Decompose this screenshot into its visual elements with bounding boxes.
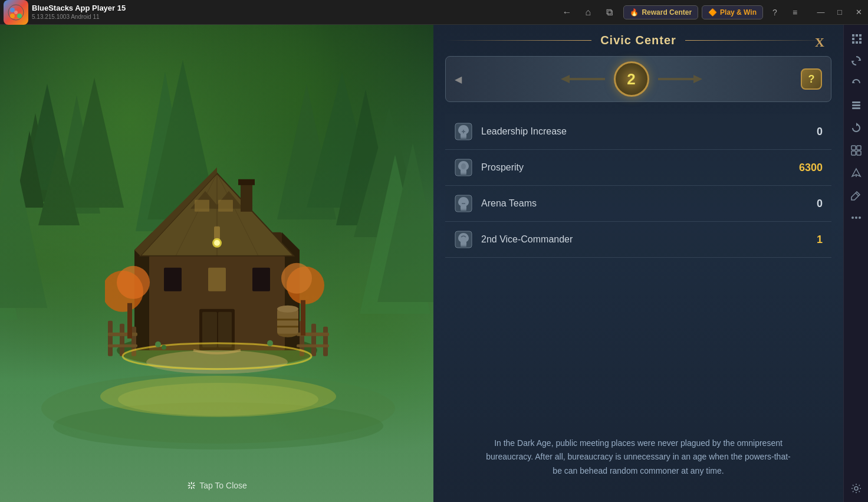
svg-point-65	[123, 343, 311, 369]
svg-rect-105	[852, 107, 860, 109]
play-icon: 🔶	[708, 8, 717, 17]
maximize-button[interactable]: □	[830, 3, 849, 22]
svg-line-82	[188, 483, 190, 484]
svg-rect-42	[195, 199, 209, 211]
stats-container: Leadership Increase 0 Prosperity 6300	[445, 114, 831, 422]
svg-point-25	[118, 383, 318, 416]
sidebar-more-icon[interactable]	[846, 207, 867, 228]
minimize-button[interactable]: —	[811, 3, 830, 22]
svg-rect-109	[851, 151, 856, 155]
prosperity-value: 6300	[793, 162, 823, 174]
panel-close-button[interactable]: X	[808, 31, 831, 54]
menu-button[interactable]: ≡	[787, 4, 803, 21]
svg-rect-46	[241, 182, 252, 211]
stat-row-arena[interactable]: Arena Teams 0	[445, 186, 831, 222]
titlebar: BlueStacks App Player 15 5.13.215.1003 A…	[0, 0, 868, 25]
svg-point-73	[162, 344, 166, 349]
svg-rect-89	[461, 137, 466, 139]
svg-line-84	[188, 487, 190, 489]
civic-center-panel: Civic Center X ◀ 2 ?	[433, 25, 843, 502]
panel-title: Civic Center	[591, 34, 685, 47]
svg-point-94	[461, 163, 466, 169]
svg-rect-33	[252, 267, 270, 291]
app-icon	[4, 0, 28, 25]
civic-center-building	[105, 126, 329, 376]
svg-point-114	[855, 216, 857, 219]
sidebar-expand-icon[interactable]	[846, 28, 867, 49]
arena-teams-value: 0	[793, 198, 823, 210]
svg-rect-103	[852, 101, 860, 103]
svg-point-113	[851, 216, 854, 219]
prosperity-label: Prosperity	[481, 162, 793, 173]
svg-point-115	[859, 216, 861, 219]
sidebar-settings-icon[interactable]	[846, 478, 867, 499]
svg-rect-49	[120, 323, 124, 356]
sidebar-undo-icon[interactable]	[846, 73, 867, 94]
leadership-increase-value: 0	[793, 126, 823, 138]
svg-rect-51	[108, 332, 137, 336]
stat-row-vice-commander[interactable]: 2nd Vice-Commander 1	[445, 222, 831, 258]
recent-button[interactable]: ⧉	[600, 3, 619, 22]
svg-point-5	[14, 11, 18, 14]
back-button[interactable]: ←	[557, 3, 576, 22]
sidebar-layers-icon[interactable]	[846, 95, 867, 116]
svg-rect-52	[108, 344, 137, 347]
svg-rect-44	[218, 199, 233, 211]
svg-point-67	[117, 265, 150, 298]
level-badge: 2	[614, 61, 649, 97]
svg-point-62	[277, 305, 298, 312]
reward-center-button[interactable]: 🔥 Reward Center	[623, 5, 698, 19]
sidebar-rotate-icon[interactable]	[846, 50, 867, 71]
stat-row-prosperity[interactable]: Prosperity 6300	[445, 150, 831, 186]
window-close-button[interactable]: ✕	[849, 3, 868, 22]
svg-rect-68	[127, 303, 132, 338]
game-area[interactable]: Tap To Close	[0, 25, 433, 502]
help-badge-button[interactable]: ?	[801, 68, 822, 90]
svg-rect-35	[202, 311, 217, 347]
svg-point-4	[17, 14, 22, 18]
arena-icon	[454, 194, 473, 213]
play-win-button[interactable]: 🔶 Play & Win	[702, 5, 763, 19]
svg-rect-108	[857, 146, 861, 150]
level-badge-row: ◀ 2 ?	[445, 56, 831, 102]
description-box: In the Dark Age, public meeting places w…	[474, 422, 804, 493]
svg-rect-59	[277, 309, 298, 333]
svg-line-85	[193, 487, 195, 489]
stat-row-leadership[interactable]: Leadership Increase 0	[445, 114, 831, 150]
level-prev-button[interactable]: ◀	[455, 74, 462, 85]
tap-to-close-label[interactable]: Tap To Close	[186, 481, 247, 490]
svg-rect-99	[461, 245, 466, 247]
svg-point-72	[155, 341, 161, 347]
svg-point-74	[267, 340, 273, 346]
right-sidebar	[843, 25, 868, 502]
home-button[interactable]: ⌂	[578, 3, 597, 22]
svg-point-1	[10, 8, 15, 12]
leadership-increase-label: Leadership Increase	[481, 126, 793, 137]
civic-panel-content: Civic Center X ◀ 2 ?	[433, 25, 843, 502]
window-controls: — □ ✕	[811, 3, 868, 22]
play-win-label: Play & Win	[720, 8, 757, 17]
svg-rect-57	[297, 344, 329, 347]
svg-rect-32	[208, 267, 226, 291]
svg-rect-96	[461, 209, 466, 211]
svg-rect-48	[108, 320, 113, 356]
vice-commander-label: 2nd Vice-Commander	[481, 234, 793, 245]
sidebar-edit-icon[interactable]	[846, 185, 867, 206]
svg-rect-47	[238, 179, 255, 185]
toolbar-right: 🔥 Reward Center 🔶 Play & Win ? ≡	[623, 4, 803, 21]
svg-point-2	[17, 8, 22, 12]
arena-teams-label: Arena Teams	[481, 198, 793, 209]
svg-marker-86	[561, 75, 605, 83]
panel-title-bar: Civic Center X	[445, 34, 831, 47]
sidebar-refresh-icon[interactable]	[846, 117, 867, 139]
reward-icon: 🔥	[630, 8, 639, 17]
svg-point-77	[214, 239, 220, 245]
svg-point-116	[854, 487, 858, 490]
svg-rect-55	[323, 326, 328, 356]
sidebar-grid-icon[interactable]	[846, 140, 867, 161]
help-button[interactable]: ?	[767, 4, 783, 21]
sidebar-airplane-icon[interactable]	[846, 162, 867, 183]
svg-rect-107	[851, 146, 856, 150]
description-text: In the Dark Age, public meeting places w…	[486, 438, 790, 476]
svg-rect-36	[218, 311, 232, 347]
